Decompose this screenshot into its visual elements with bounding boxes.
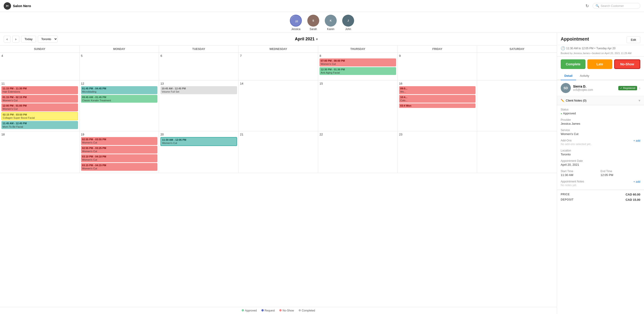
day-20[interactable]: 20 11:30 AM - 12:05 PM Women's Cut — [159, 131, 239, 173]
detail-appt-notes: Appointment Notes + add No notes yet. — [561, 180, 640, 187]
appt[interactable]: 01:15 PM - 02:15 PM Women's Cut — [2, 95, 78, 103]
detail-end-time: End Time 12:05 PM — [600, 170, 640, 177]
calendar-header: ‹ › Today Toronto April 2021 ▾ — [0, 33, 557, 46]
weeks-grid: 4 5 6 7 8 07:00 PM - 08:00 PM Women's Cu… — [0, 53, 557, 173]
detail-status: Status Approved — [561, 108, 640, 115]
service-label: Service — [561, 129, 640, 132]
appt[interactable]: 03:10 PM - 04:10 PM Women's Cut — [81, 154, 158, 162]
calendar-grid: SUNDAY MONDAY TUESDAY WEDNESDAY THURSDAY… — [0, 46, 557, 307]
late-button[interactable]: Late — [587, 59, 612, 69]
panel-booked: Booked by Jessica James • booked on Apri… — [557, 51, 644, 57]
noshow-button[interactable]: No-Show — [614, 59, 640, 69]
refresh-button[interactable]: ↻ — [584, 2, 591, 10]
staff-row: JJ Jessica S Sarah K Karen J John — [0, 12, 644, 33]
week-row-2: 11 11:15 PM - 11:30 PM Hair Extensions 0… — [0, 80, 557, 131]
end-time-label: End Time — [600, 170, 640, 173]
week-row-1: 4 5 6 7 8 07:00 PM - 08:00 PM Women's Cu… — [0, 53, 557, 80]
complete-button[interactable]: Complete — [561, 59, 586, 69]
appt[interactable]: 07:00 PM - 08:00 PM Women's Cut — [320, 58, 396, 66]
day-6[interactable]: 6 — [159, 53, 239, 80]
search-input[interactable] — [600, 4, 637, 7]
day-18[interactable]: 18 — [0, 131, 80, 173]
staff-item-sarah[interactable]: S Sarah — [307, 15, 319, 31]
day-11[interactable]: 11 11:15 PM - 11:30 PM Hair Extensions 0… — [0, 80, 80, 131]
client-notes-header[interactable]: ✏️ Client Notes (0) ▾ — [557, 96, 644, 105]
registered-badge: ✓ Registered — [618, 86, 637, 90]
day-16[interactable]: 16 09:0... Wo... 10:4... Colo... 03:4 Wo… — [398, 80, 478, 131]
tab-activity[interactable]: Activity — [576, 72, 593, 80]
appt-selected[interactable]: 11:30 AM - 12:05 PM Women's Cut — [160, 137, 237, 146]
day-9[interactable]: 9 — [398, 53, 478, 80]
staff-avatar-jessica: JJ — [290, 15, 302, 27]
legend: Approved Request No-Show Completed — [0, 307, 557, 314]
chevron-right-icon[interactable]: › — [639, 86, 640, 91]
staff-avatar-sarah: S — [307, 15, 319, 27]
tab-detail[interactable]: Detail — [561, 72, 576, 80]
client-card[interactable]: SD Sierra D. cc5@cojilio.com ✓ Registere… — [557, 80, 644, 96]
appt[interactable]: 12:00 PM - 01:00 PM Women's Cut — [2, 103, 78, 111]
day-12[interactable]: 12 01:45 PM - 04:45 PM Microblading 09:4… — [80, 80, 159, 131]
logo-area: ✂ Salon Nero — [4, 2, 31, 10]
topbar: ✂ Salon Nero ↻ 🔍 — [0, 0, 644, 12]
day-13[interactable]: 13 10:45 AM - 12:45 PM Volume Full Set — [159, 80, 239, 131]
day-22[interactable]: 22 — [318, 131, 398, 173]
appt-date-label: Appointment Date — [561, 159, 640, 162]
appt[interactable]: 12:30 PM - 01:30 PM Anti-Aging Facial — [320, 67, 396, 75]
appt[interactable]: 10:45 AM - 12:45 PM Volume Full Set — [160, 86, 237, 94]
appt[interactable]: 02:55 PM - 03:25 PM Women's Cut — [81, 146, 158, 154]
day-4[interactable]: 4 — [0, 53, 80, 80]
day-23[interactable]: 23 — [398, 131, 478, 173]
appt[interactable]: 02:15 PM - 03:50 PM Collagen Super Boost… — [2, 112, 78, 121]
day-header-mon: MONDAY — [80, 46, 159, 52]
appt[interactable]: 02:55 PM - 03:55 PM Women's Cut — [81, 137, 158, 145]
week-row-3: 18 19 02:55 PM - 03:55 PM Women's Cut 02… — [0, 131, 557, 173]
next-button[interactable]: › — [12, 36, 19, 43]
booked-on: booked on April 20, 2021 11:29 AM — [592, 52, 632, 55]
day-8[interactable]: 8 07:00 PM - 08:00 PM Women's Cut 12:30 … — [318, 53, 398, 80]
appt-time: 11:30 AM to 12:05 PM — [566, 47, 594, 50]
appt[interactable]: 11:15 PM - 11:30 PM Hair Extensions — [2, 86, 78, 94]
month-title[interactable]: April 2021 ▾ — [295, 37, 318, 41]
addons-add-link[interactable]: + add — [634, 139, 640, 142]
staff-item-karen[interactable]: K Karen — [325, 15, 337, 31]
status-label: Status — [561, 108, 640, 111]
appt-notes-label: Appointment Notes — [561, 180, 584, 183]
logo-icon: ✂ — [4, 2, 11, 10]
edit-button[interactable]: Edit — [626, 36, 640, 43]
staff-item-jessica[interactable]: JJ Jessica — [290, 15, 302, 31]
pencil-icon: ✏️ — [561, 99, 564, 102]
detail-section: Status Approved Provider Jessica James S… — [557, 105, 644, 190]
day-7[interactable]: 7 — [239, 53, 318, 80]
day-19[interactable]: 19 02:55 PM - 03:55 PM Women's Cut 02:55… — [80, 131, 159, 173]
end-time-value: 12:05 PM — [600, 173, 640, 177]
location-select[interactable]: Toronto — [38, 35, 58, 43]
staff-item-john[interactable]: J John — [342, 15, 354, 31]
appt[interactable]: 09:45 AM - 01:45 PM Classic Keratin Trea… — [81, 95, 158, 103]
client-left: SD Sierra D. cc5@cojilio.com — [561, 83, 593, 93]
registered-icon: ✓ — [620, 87, 622, 90]
day-5[interactable]: 5 — [80, 53, 159, 80]
search-box: 🔍 — [592, 3, 640, 9]
day-14[interactable]: 14 — [239, 80, 318, 131]
detail-appt-date: Appointment Date April 20, 2021 — [561, 159, 640, 166]
appt[interactable]: 03:4 Won — [399, 103, 476, 108]
price-section: PRICE CAD 60.00 DEPOSIT CAD 15.00 — [557, 190, 644, 206]
clock-icon: 🕐 — [561, 46, 565, 50]
appt-notes-add-link[interactable]: + add — [634, 180, 640, 183]
staff-name-sarah: Sarah — [310, 27, 317, 31]
staff-name-karen: Karen — [327, 27, 334, 31]
appt[interactable]: 03:15 PM - 04:15 PM Women's Cut — [81, 163, 158, 171]
day-15[interactable]: 15 — [318, 80, 398, 131]
provider-label: Provider — [561, 118, 640, 122]
appt[interactable]: 10:4... Colo... — [399, 95, 476, 103]
month-label: April 2021 — [295, 37, 315, 41]
action-buttons: Complete Late No-Show — [557, 57, 644, 72]
deposit-label: DEPOSIT — [561, 198, 574, 201]
today-button[interactable]: Today — [21, 36, 36, 42]
detail-location: Location Toronto — [561, 149, 640, 156]
day-21[interactable]: 21 — [239, 131, 318, 173]
appt[interactable]: 11:45 AM - 12:45 PM Mom-To-Be Facial — [2, 121, 78, 129]
prev-button[interactable]: ‹ — [4, 36, 10, 43]
appt[interactable]: 01:45 PM - 04:45 PM Microblading — [81, 86, 158, 94]
appt[interactable]: 09:0... Wo... — [399, 86, 476, 94]
